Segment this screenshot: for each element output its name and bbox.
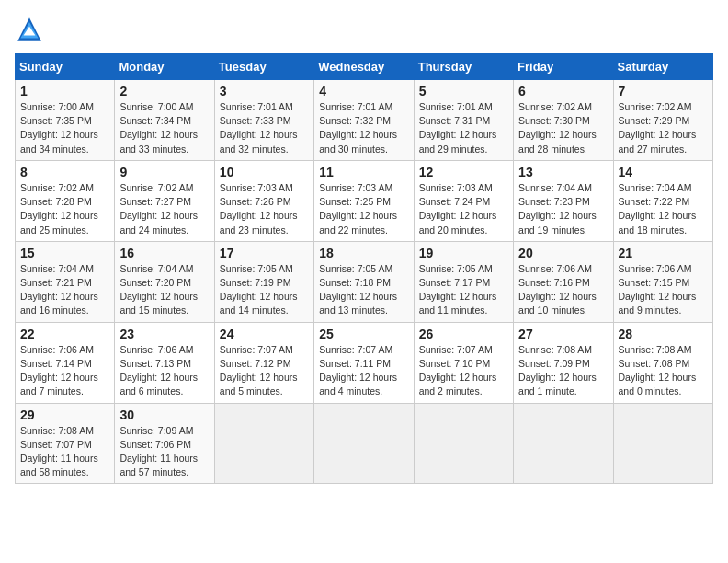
calendar-cell: 3Sunrise: 7:01 AM Sunset: 7:33 PM Daylig…	[214, 80, 313, 161]
calendar-cell	[613, 403, 712, 484]
day-number: 8	[20, 165, 109, 179]
day-number: 19	[419, 246, 508, 260]
day-number: 22	[20, 327, 109, 341]
calendar-cell: 2Sunrise: 7:00 AM Sunset: 7:34 PM Daylig…	[115, 80, 214, 161]
day-detail: Sunrise: 7:04 AM Sunset: 7:22 PM Dayligh…	[619, 181, 708, 237]
day-detail: Sunrise: 7:06 AM Sunset: 7:15 PM Dayligh…	[619, 262, 708, 318]
day-number: 28	[619, 327, 708, 341]
day-number: 24	[220, 327, 309, 341]
day-detail: Sunrise: 7:07 AM Sunset: 7:12 PM Dayligh…	[220, 343, 309, 399]
calendar-cell: 27Sunrise: 7:08 AM Sunset: 7:09 PM Dayli…	[514, 322, 613, 403]
calendar-cell: 22Sunrise: 7:06 AM Sunset: 7:14 PM Dayli…	[16, 322, 115, 403]
week-row-4: 22Sunrise: 7:06 AM Sunset: 7:14 PM Dayli…	[16, 322, 713, 403]
day-detail: Sunrise: 7:03 AM Sunset: 7:25 PM Dayligh…	[319, 181, 408, 237]
day-detail: Sunrise: 7:01 AM Sunset: 7:33 PM Dayligh…	[220, 100, 309, 156]
calendar-cell: 20Sunrise: 7:06 AM Sunset: 7:16 PM Dayli…	[514, 241, 613, 322]
calendar-cell: 25Sunrise: 7:07 AM Sunset: 7:11 PM Dayli…	[314, 322, 414, 403]
calendar-cell: 24Sunrise: 7:07 AM Sunset: 7:12 PM Dayli…	[214, 322, 313, 403]
day-detail: Sunrise: 7:01 AM Sunset: 7:31 PM Dayligh…	[419, 100, 508, 156]
day-detail: Sunrise: 7:05 AM Sunset: 7:19 PM Dayligh…	[220, 262, 309, 318]
day-number: 10	[220, 165, 309, 179]
calendar-cell: 13Sunrise: 7:04 AM Sunset: 7:23 PM Dayli…	[514, 160, 613, 241]
week-row-2: 8Sunrise: 7:02 AM Sunset: 7:28 PM Daylig…	[16, 160, 713, 241]
day-detail: Sunrise: 7:00 AM Sunset: 7:34 PM Dayligh…	[119, 100, 209, 156]
calendar-cell: 7Sunrise: 7:02 AM Sunset: 7:29 PM Daylig…	[613, 80, 712, 161]
day-number: 21	[619, 246, 708, 260]
day-number: 5	[419, 84, 508, 98]
col-header-sunday: Sunday	[16, 54, 115, 80]
day-number: 15	[20, 246, 109, 260]
col-header-friday: Friday	[514, 54, 613, 80]
day-number: 4	[319, 84, 408, 98]
calendar-cell: 4Sunrise: 7:01 AM Sunset: 7:32 PM Daylig…	[314, 80, 414, 161]
calendar-cell: 26Sunrise: 7:07 AM Sunset: 7:10 PM Dayli…	[414, 322, 513, 403]
week-row-3: 15Sunrise: 7:04 AM Sunset: 7:21 PM Dayli…	[16, 241, 713, 322]
day-number: 30	[119, 408, 209, 422]
day-detail: Sunrise: 7:06 AM Sunset: 7:14 PM Dayligh…	[20, 343, 109, 399]
day-number: 2	[119, 84, 209, 98]
calendar-cell: 18Sunrise: 7:05 AM Sunset: 7:18 PM Dayli…	[314, 241, 414, 322]
day-number: 17	[220, 246, 309, 260]
calendar-cell: 15Sunrise: 7:04 AM Sunset: 7:21 PM Dayli…	[16, 241, 115, 322]
day-detail: Sunrise: 7:04 AM Sunset: 7:21 PM Dayligh…	[20, 262, 109, 318]
day-number: 3	[220, 84, 309, 98]
calendar-cell: 28Sunrise: 7:08 AM Sunset: 7:08 PM Dayli…	[613, 322, 712, 403]
day-number: 1	[20, 84, 109, 98]
day-detail: Sunrise: 7:05 AM Sunset: 7:17 PM Dayligh…	[419, 262, 508, 318]
calendar-cell	[514, 403, 613, 484]
calendar-cell: 21Sunrise: 7:06 AM Sunset: 7:15 PM Dayli…	[613, 241, 712, 322]
day-detail: Sunrise: 7:08 AM Sunset: 7:08 PM Dayligh…	[619, 343, 708, 399]
calendar-cell: 6Sunrise: 7:02 AM Sunset: 7:30 PM Daylig…	[514, 80, 613, 161]
week-row-1: 1Sunrise: 7:00 AM Sunset: 7:35 PM Daylig…	[16, 80, 713, 161]
day-detail: Sunrise: 7:02 AM Sunset: 7:27 PM Dayligh…	[119, 181, 209, 237]
header	[15, 15, 713, 44]
col-header-monday: Monday	[115, 54, 214, 80]
col-header-thursday: Thursday	[414, 54, 513, 80]
day-detail: Sunrise: 7:07 AM Sunset: 7:10 PM Dayligh…	[419, 343, 508, 399]
calendar-cell: 5Sunrise: 7:01 AM Sunset: 7:31 PM Daylig…	[414, 80, 513, 161]
calendar-cell: 8Sunrise: 7:02 AM Sunset: 7:28 PM Daylig…	[16, 160, 115, 241]
day-detail: Sunrise: 7:06 AM Sunset: 7:16 PM Dayligh…	[518, 262, 608, 318]
day-number: 18	[319, 246, 408, 260]
logo	[15, 15, 48, 44]
calendar-cell	[314, 403, 414, 484]
calendar-cell: 1Sunrise: 7:00 AM Sunset: 7:35 PM Daylig…	[16, 80, 115, 161]
calendar-cell: 14Sunrise: 7:04 AM Sunset: 7:22 PM Dayli…	[613, 160, 712, 241]
day-number: 26	[419, 327, 508, 341]
day-detail: Sunrise: 7:00 AM Sunset: 7:35 PM Dayligh…	[20, 100, 109, 156]
day-number: 27	[518, 327, 608, 341]
day-number: 9	[119, 165, 209, 179]
day-number: 14	[619, 165, 708, 179]
calendar-cell: 10Sunrise: 7:03 AM Sunset: 7:26 PM Dayli…	[214, 160, 313, 241]
calendar-cell: 11Sunrise: 7:03 AM Sunset: 7:25 PM Dayli…	[314, 160, 414, 241]
day-number: 11	[319, 165, 408, 179]
day-number: 6	[518, 84, 608, 98]
calendar-cell: 23Sunrise: 7:06 AM Sunset: 7:13 PM Dayli…	[115, 322, 214, 403]
col-header-wednesday: Wednesday	[314, 54, 414, 80]
day-detail: Sunrise: 7:03 AM Sunset: 7:26 PM Dayligh…	[220, 181, 309, 237]
day-detail: Sunrise: 7:09 AM Sunset: 7:06 PM Dayligh…	[119, 424, 209, 480]
day-number: 25	[319, 327, 408, 341]
day-detail: Sunrise: 7:03 AM Sunset: 7:24 PM Dayligh…	[419, 181, 508, 237]
day-detail: Sunrise: 7:08 AM Sunset: 7:09 PM Dayligh…	[518, 343, 608, 399]
day-detail: Sunrise: 7:07 AM Sunset: 7:11 PM Dayligh…	[319, 343, 408, 399]
calendar-cell	[214, 403, 313, 484]
calendar-cell: 30Sunrise: 7:09 AM Sunset: 7:06 PM Dayli…	[115, 403, 214, 484]
calendar-cell: 19Sunrise: 7:05 AM Sunset: 7:17 PM Dayli…	[414, 241, 513, 322]
day-detail: Sunrise: 7:02 AM Sunset: 7:28 PM Dayligh…	[20, 181, 109, 237]
calendar-table: SundayMondayTuesdayWednesdayThursdayFrid…	[15, 53, 713, 484]
day-number: 13	[518, 165, 608, 179]
calendar-cell: 12Sunrise: 7:03 AM Sunset: 7:24 PM Dayli…	[414, 160, 513, 241]
header-row: SundayMondayTuesdayWednesdayThursdayFrid…	[16, 54, 713, 80]
logo-icon	[15, 15, 44, 44]
col-header-tuesday: Tuesday	[214, 54, 313, 80]
day-detail: Sunrise: 7:04 AM Sunset: 7:20 PM Dayligh…	[119, 262, 209, 318]
calendar-cell: 16Sunrise: 7:04 AM Sunset: 7:20 PM Dayli…	[115, 241, 214, 322]
day-detail: Sunrise: 7:04 AM Sunset: 7:23 PM Dayligh…	[518, 181, 608, 237]
day-detail: Sunrise: 7:01 AM Sunset: 7:32 PM Dayligh…	[319, 100, 408, 156]
day-detail: Sunrise: 7:05 AM Sunset: 7:18 PM Dayligh…	[319, 262, 408, 318]
calendar-cell: 17Sunrise: 7:05 AM Sunset: 7:19 PM Dayli…	[214, 241, 313, 322]
day-detail: Sunrise: 7:02 AM Sunset: 7:29 PM Dayligh…	[619, 100, 708, 156]
calendar-cell	[414, 403, 513, 484]
day-detail: Sunrise: 7:06 AM Sunset: 7:13 PM Dayligh…	[119, 343, 209, 399]
